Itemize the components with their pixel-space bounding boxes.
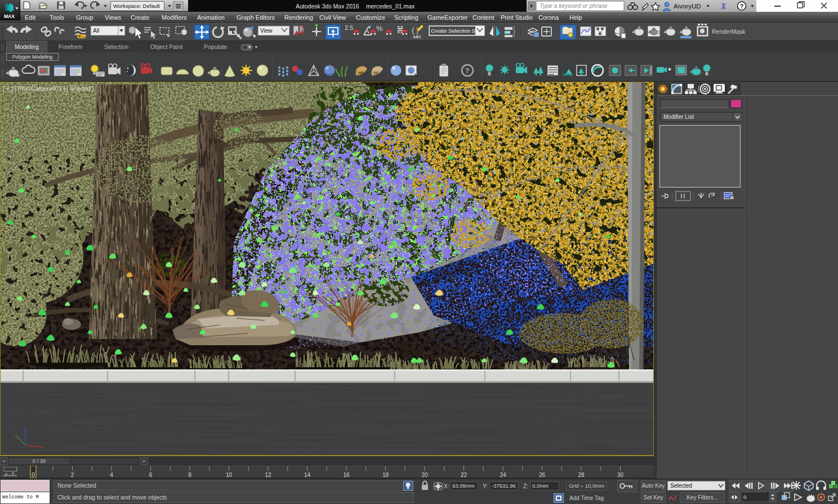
- svg-text:18: 18: [382, 472, 389, 478]
- svg-text:0: 0: [32, 472, 35, 478]
- svg-text:2: 2: [71, 472, 74, 478]
- svg-text:26: 26: [539, 472, 546, 478]
- svg-text:2.5: 2.5: [345, 24, 353, 31]
- svg-text:14: 14: [304, 472, 311, 478]
- svg-text:0: 0: [743, 494, 746, 500]
- svg-text:View: View: [260, 28, 273, 34]
- svg-text:6: 6: [149, 472, 153, 478]
- svg-text:0X: 0X: [373, 70, 378, 75]
- svg-text:HF: HF: [358, 70, 364, 75]
- svg-text:24: 24: [500, 472, 506, 478]
- svg-text:20: 20: [421, 472, 428, 478]
- svg-text:RenderMask: RenderMask: [712, 28, 746, 35]
- svg-text:22: 22: [461, 472, 467, 478]
- svg-text:8: 8: [188, 472, 191, 478]
- svg-text:16: 16: [343, 472, 350, 478]
- svg-text:10: 10: [226, 472, 233, 478]
- svg-text:4: 4: [110, 472, 113, 478]
- svg-text:%: %: [376, 24, 383, 33]
- svg-text:MAX: MAX: [4, 14, 15, 19]
- svg-text:?: ?: [465, 67, 469, 75]
- svg-text:All: All: [93, 28, 99, 34]
- svg-text:Create Selection Se: Create Selection Se: [431, 28, 479, 34]
- svg-text:30: 30: [617, 472, 624, 478]
- svg-text:[ + ] [ PhysCamera001 ] [ Shad: [ + ] [ PhysCamera001 ] [ Shaded ]: [3, 85, 93, 92]
- svg-text:28: 28: [578, 472, 585, 478]
- svg-text:12: 12: [265, 472, 271, 478]
- svg-text:ABC: ABC: [413, 35, 421, 39]
